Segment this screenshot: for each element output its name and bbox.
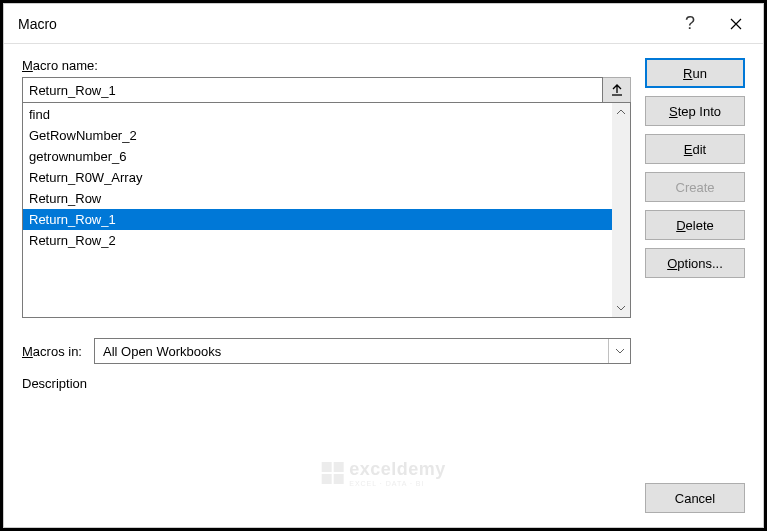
- close-icon: [730, 18, 742, 30]
- reference-button[interactable]: [603, 77, 631, 103]
- macros-in-dropdown[interactable]: All Open Workbooks: [94, 338, 631, 364]
- scroll-down-icon[interactable]: [612, 299, 630, 317]
- options-button[interactable]: Options...: [645, 248, 745, 278]
- main-column: Macro name: findGetRowNumber_2getrownumb…: [22, 58, 631, 513]
- list-item[interactable]: Return_Row_1: [23, 209, 612, 230]
- list-item[interactable]: find: [23, 104, 612, 125]
- dialog-content: Macro name: findGetRowNumber_2getrownumb…: [4, 44, 763, 527]
- macro-dialog: Macro ? Macro name: findGetRowNumber_2ge…: [3, 3, 764, 528]
- macros-in-row: Macros in: All Open Workbooks: [22, 338, 631, 364]
- list-item[interactable]: Return_Row_2: [23, 230, 612, 251]
- close-button[interactable]: [713, 8, 759, 40]
- list-item[interactable]: getrownumber_6: [23, 146, 612, 167]
- list-items: findGetRowNumber_2getrownumber_6Return_R…: [23, 103, 612, 317]
- cancel-button[interactable]: Cancel: [645, 483, 745, 513]
- chevron-down-icon: [608, 339, 630, 363]
- macros-in-label: Macros in:: [22, 344, 82, 359]
- titlebar: Macro ?: [4, 4, 763, 44]
- dialog-title: Macro: [18, 16, 667, 32]
- description-label: Description: [22, 376, 631, 391]
- scrollbar[interactable]: [612, 103, 630, 317]
- button-column: Run Step Into Edit Create Delete Options…: [645, 58, 745, 513]
- scroll-up-icon[interactable]: [612, 103, 630, 121]
- macro-name-input[interactable]: [22, 77, 603, 103]
- delete-button[interactable]: Delete: [645, 210, 745, 240]
- step-into-button[interactable]: Step Into: [645, 96, 745, 126]
- list-item[interactable]: Return_R0W_Array: [23, 167, 612, 188]
- dropdown-value: All Open Workbooks: [95, 344, 608, 359]
- scroll-track[interactable]: [612, 121, 630, 299]
- edit-button[interactable]: Edit: [645, 134, 745, 164]
- collapse-icon: [610, 83, 624, 97]
- macro-listbox[interactable]: findGetRowNumber_2getrownumber_6Return_R…: [22, 102, 631, 318]
- run-button[interactable]: Run: [645, 58, 745, 88]
- macro-name-label: Macro name:: [22, 58, 631, 73]
- help-button[interactable]: ?: [667, 8, 713, 40]
- list-item[interactable]: Return_Row: [23, 188, 612, 209]
- create-button: Create: [645, 172, 745, 202]
- spacer: [645, 286, 745, 475]
- list-item[interactable]: GetRowNumber_2: [23, 125, 612, 146]
- macro-name-row: [22, 77, 631, 103]
